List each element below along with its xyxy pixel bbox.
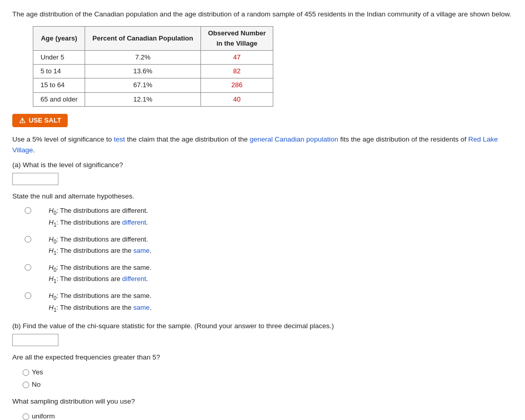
hypothesis-radio-3[interactable] bbox=[25, 264, 31, 271]
age-cell: Under 5 bbox=[33, 51, 85, 65]
part-b-section: (b) Find the value of the chi-square sta… bbox=[12, 321, 513, 346]
sampling-dist-options: uniform chi-square binomial normal Stude… bbox=[23, 411, 513, 420]
observed-cell: 286 bbox=[200, 78, 273, 92]
table-row: Under 57.2%47 bbox=[33, 51, 273, 65]
table-row: 5 to 1413.6%82 bbox=[33, 65, 273, 78]
h0-2: H0: The distributions are different. bbox=[49, 234, 151, 246]
percent-cell: 67.1% bbox=[85, 78, 200, 92]
table-row: 65 and older12.1%40 bbox=[33, 92, 273, 106]
intro-text: The age distribution of the Canadian pop… bbox=[12, 9, 513, 20]
significance-level-input[interactable] bbox=[12, 173, 58, 185]
expected-freq-no-radio[interactable] bbox=[23, 382, 29, 388]
hypothesis-radio-4[interactable] bbox=[25, 292, 31, 299]
observed-cell: 47 bbox=[200, 51, 273, 65]
hypothesis-option-3: H0: The distributions are the same. H1: … bbox=[25, 263, 513, 286]
sampling-uniform-label: uniform bbox=[32, 411, 55, 420]
h1-1: H1: The distributions are different. bbox=[49, 217, 148, 229]
expected-freq-question: Are all the expected frequencies greater… bbox=[12, 352, 513, 363]
expected-freq-yes-radio[interactable] bbox=[23, 369, 29, 376]
table-row: 15 to 6467.1%286 bbox=[33, 78, 273, 92]
chi-square-input[interactable] bbox=[12, 334, 58, 346]
col-header-age: Age (years) bbox=[33, 26, 85, 50]
expected-freq-section: Are all the expected frequencies greater… bbox=[12, 352, 513, 390]
h0-4: H0: The distributions are the same. bbox=[49, 291, 151, 303]
part-b-label: (b) Find the value of the chi-square sta… bbox=[12, 321, 513, 332]
expected-freq-yes: Yes bbox=[23, 367, 513, 378]
hypothesis-option-4: H0: The distributions are the same. H1: … bbox=[25, 291, 513, 314]
hypothesis-option-1: H0: The distributions are different. H1:… bbox=[25, 206, 513, 229]
hypothesis-radio-2[interactable] bbox=[25, 236, 31, 243]
part-a-label: (a) What is the level of significance? bbox=[12, 160, 513, 171]
h0-1: H0: The distributions are different. bbox=[49, 206, 148, 217]
data-table: Age (years) Percent of Canadian Populati… bbox=[33, 26, 273, 107]
col-header-percent: Percent of Canadian Population bbox=[85, 26, 200, 50]
age-cell: 65 and older bbox=[33, 92, 85, 106]
sampling-dist-section: What sampling distribution will you use?… bbox=[12, 396, 513, 420]
null-hypothesis-section: State the null and alternate hypotheses.… bbox=[12, 191, 513, 314]
percent-cell: 12.1% bbox=[85, 92, 200, 106]
observed-cell: 82 bbox=[200, 65, 273, 78]
observed-cell: 40 bbox=[200, 92, 273, 106]
age-cell: 15 to 64 bbox=[33, 78, 85, 92]
salt-icon: ⚠ bbox=[19, 116, 26, 125]
percent-cell: 7.2% bbox=[85, 51, 200, 65]
sampling-dist-question: What sampling distribution will you use? bbox=[12, 396, 513, 407]
part-a-section: (a) What is the level of significance? bbox=[12, 160, 513, 185]
significance-text: Use a 5% level of significance to test t… bbox=[12, 134, 513, 156]
percent-cell: 13.6% bbox=[85, 65, 200, 78]
sampling-uniform-radio[interactable] bbox=[23, 413, 29, 420]
hypothesis-radio-1[interactable] bbox=[25, 207, 31, 214]
expected-freq-options: Yes No bbox=[23, 367, 513, 390]
expected-freq-yes-label: Yes bbox=[32, 367, 43, 378]
expected-freq-no-label: No bbox=[32, 379, 41, 390]
h1-3: H1: The distributions are different. bbox=[49, 274, 151, 286]
state-null-label: State the null and alternate hypotheses. bbox=[12, 191, 513, 202]
h0-3: H0: The distributions are the same. bbox=[49, 263, 151, 274]
salt-button-label: USE SALT bbox=[29, 116, 61, 124]
sampling-uniform: uniform bbox=[23, 411, 513, 420]
age-cell: 5 to 14 bbox=[33, 65, 85, 78]
h1-4: H1: The distributions are the same. bbox=[49, 303, 151, 314]
hypothesis-option-2: H0: The distributions are different. H1:… bbox=[25, 234, 513, 257]
expected-freq-no: No bbox=[23, 379, 513, 390]
use-salt-button[interactable]: ⚠ USE SALT bbox=[12, 114, 68, 127]
h1-2: H1: The distributions are the same. bbox=[49, 246, 151, 257]
col-header-observed: Observed Numberin the Village bbox=[200, 26, 273, 50]
